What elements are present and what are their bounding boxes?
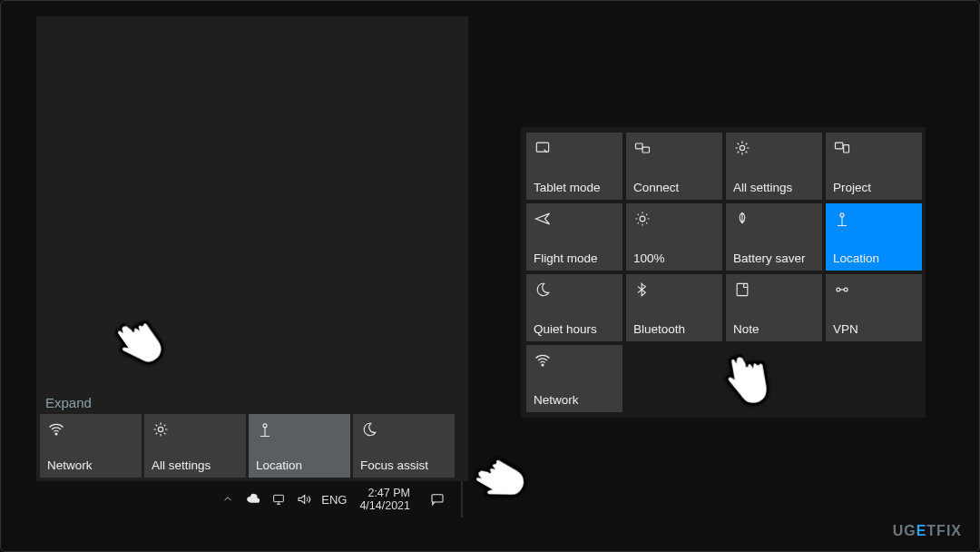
quick-action-flight-mode[interactable]: Flight mode [526, 203, 622, 271]
watermark: UGETFIX [893, 523, 962, 539]
tile-label: Location [833, 251, 915, 265]
tile-label: Project [833, 181, 915, 194]
location-icon [833, 209, 915, 229]
moon-icon [534, 280, 615, 300]
tile-label: Network [47, 458, 134, 472]
tile-label: All settings [152, 458, 239, 472]
moon-icon [360, 419, 447, 439]
watermark-accent: E [916, 523, 927, 538]
tile-label: 100% [633, 251, 715, 265]
wifi-icon [534, 350, 615, 370]
tray-overflow-icon[interactable] [220, 493, 236, 506]
location-icon [256, 419, 343, 439]
tile-label: Flight mode [534, 251, 615, 265]
expand-link[interactable]: Expand [45, 395, 92, 410]
quick-action-note[interactable]: Note [726, 274, 822, 341]
vpn-icon [833, 280, 915, 300]
action-center-body [36, 16, 468, 423]
quick-action-location[interactable]: Location [826, 203, 922, 271]
quick-action-tablet-mode[interactable]: Tablet mode [526, 133, 622, 200]
quick-action-battery-saver[interactable]: Battery saver [726, 203, 822, 271]
airplane-icon [534, 209, 615, 229]
quick-action-bluetooth[interactable]: Bluetooth [626, 274, 722, 341]
note-icon [733, 280, 815, 300]
onedrive-icon[interactable] [245, 491, 261, 508]
quick-action-100-[interactable]: 100% [626, 203, 722, 271]
quick-action-network[interactable]: Network [40, 414, 142, 478]
project-icon [833, 138, 915, 158]
quick-action-focus-assist[interactable]: Focus assist [353, 414, 455, 478]
tile-label: Note [733, 322, 815, 336]
tile-label: Bluetooth [633, 322, 715, 336]
bluetooth-icon [633, 280, 715, 300]
cursor-hand-icon [463, 447, 534, 516]
brightness-icon [633, 209, 715, 229]
leaf-icon [733, 209, 815, 229]
tile-label: VPN [833, 322, 915, 336]
quick-action-quiet-hours[interactable]: Quiet hours [526, 274, 622, 341]
quick-actions-row: NetworkAll settingsLocationFocus assist [40, 414, 468, 479]
clock-date: 4/14/2021 [359, 499, 410, 512]
quick-actions-grid: Tablet modeConnectAll settingsProjectFli… [526, 133, 920, 412]
tile-label: Tablet mode [534, 181, 615, 194]
action-center-expanded: Tablet modeConnectAll settingsProjectFli… [521, 127, 926, 418]
quick-action-connect[interactable]: Connect [626, 133, 722, 200]
quick-action-project[interactable]: Project [826, 133, 922, 200]
action-center-button[interactable] [423, 481, 452, 518]
wifi-icon [47, 419, 134, 439]
quick-action-network[interactable]: Network [526, 345, 622, 412]
tile-label: Battery saver [733, 251, 815, 265]
quick-action-all-settings[interactable]: All settings [726, 133, 822, 200]
taskbar: ENG 2:47 PM 4/14/2021 [36, 481, 468, 518]
monitor-icon[interactable] [270, 492, 287, 507]
tile-label: All settings [733, 181, 815, 194]
action-center-collapsed: Expand NetworkAll settingsLocationFocus … [36, 16, 468, 518]
show-desktop-sliver[interactable] [461, 481, 463, 518]
volume-icon[interactable] [296, 491, 312, 508]
tile-label: Focus assist [360, 458, 447, 472]
quick-action-vpn[interactable]: VPN [826, 274, 922, 341]
clock-time: 2:47 PM [359, 487, 410, 499]
language-indicator[interactable]: ENG [321, 493, 347, 507]
watermark-text: UG [893, 523, 916, 538]
watermark-text: TFIX [926, 523, 962, 538]
tablet-icon [534, 138, 615, 158]
tile-label: Network [534, 393, 615, 407]
gear-icon [733, 138, 815, 158]
quick-action-location[interactable]: Location [249, 414, 350, 478]
tile-label: Connect [633, 181, 715, 194]
taskbar-clock[interactable]: 2:47 PM 4/14/2021 [356, 487, 414, 513]
tile-label: Quiet hours [534, 322, 615, 336]
connect-icon [633, 138, 715, 158]
gear-icon [152, 419, 239, 439]
quick-action-all-settings[interactable]: All settings [144, 414, 246, 478]
tile-label: Location [256, 458, 343, 472]
